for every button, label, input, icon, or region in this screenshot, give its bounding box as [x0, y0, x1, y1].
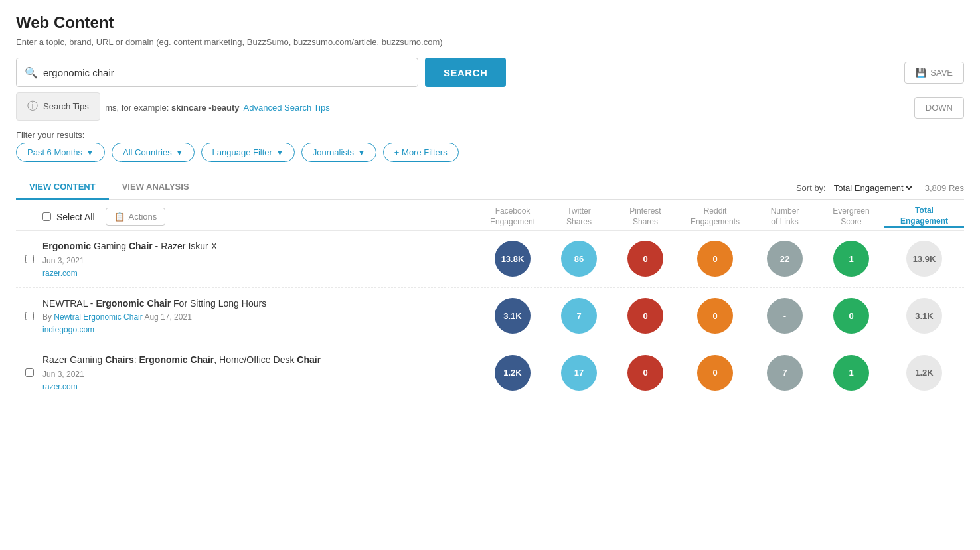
sort-row: Sort by: Total Engagement 3,809 Res	[796, 176, 964, 199]
circle-reddit-engagements: 0	[697, 241, 733, 277]
results-count: 3,809 Res	[925, 183, 964, 193]
th-facebook: FacebookEngagement	[479, 206, 546, 227]
tips-icon: ⓘ	[27, 100, 38, 113]
actions-button[interactable]: 📋 Actions	[106, 208, 166, 226]
result-domain[interactable]: indiegogo.com	[42, 325, 94, 334]
metric-cell-reddit-engagements: 0	[679, 241, 752, 277]
chevron-down-icon: ▼	[276, 149, 284, 157]
filter-section: Filter your results: Past 6 Months ▼ All…	[16, 130, 964, 162]
circle-pinterest-shares: 0	[627, 298, 663, 334]
metric-cell-evergreen-score: 1	[818, 241, 884, 277]
journalists-filter[interactable]: Journalists ▼	[301, 143, 376, 162]
row-checkbox[interactable]	[25, 312, 34, 320]
result-domain[interactable]: razer.com	[42, 382, 78, 391]
row-checkbox-cell	[16, 255, 42, 263]
table-row: NEWTRAL - Ergonomic Chair For Sitting Lo…	[16, 288, 964, 345]
circle-total-engagement: 1.2K	[906, 355, 942, 391]
time-filter[interactable]: Past 6 Months ▼	[16, 143, 105, 162]
th-content-actions: Select All 📋 Actions	[42, 208, 479, 226]
metric-cell-number-of-links: 7	[752, 355, 818, 391]
th-reddit: RedditEngagements	[679, 206, 752, 227]
metric-cell-number-of-links: 22	[752, 241, 818, 277]
circle-number-of-links: 22	[767, 241, 803, 277]
search-tips-bar: ⓘ Search Tips	[16, 92, 100, 121]
page-subtitle: Enter a topic, brand, URL or domain (eg.…	[16, 37, 964, 47]
metric-cell-facebook-engagement: 1.2K	[479, 355, 546, 391]
result-domain[interactable]: razer.com	[42, 269, 78, 278]
circle-facebook-engagement: 3.1K	[495, 298, 531, 334]
save-button[interactable]: 💾 SAVE	[904, 62, 964, 84]
download-button[interactable]: DOWN	[914, 97, 964, 119]
countries-filter[interactable]: All Countries ▼	[112, 143, 195, 162]
metric-cell-reddit-engagements: 0	[679, 355, 752, 391]
tabs-row: VIEW CONTENT VIEW ANALYSIS Sort by: Tota…	[16, 175, 964, 200]
author-link[interactable]: Newtral Ergonomic Chair	[54, 312, 142, 322]
sort-select[interactable]: Total Engagement	[831, 182, 914, 194]
circle-total-engagement: 13.9K	[906, 241, 942, 277]
chevron-down-icon: ▼	[86, 149, 94, 157]
result-title: NEWTRAL - Ergonomic Chair For Sitting Lo…	[42, 297, 473, 310]
search-icon: 🔍	[25, 66, 38, 79]
metric-cell-reddit-engagements: 0	[679, 298, 752, 334]
circle-reddit-engagements: 0	[697, 355, 733, 391]
metric-cell-twitter-shares: 17	[546, 355, 612, 391]
chevron-down-icon: ▼	[176, 149, 183, 157]
circle-facebook-engagement: 1.2K	[495, 355, 531, 391]
metric-cell-total-engagement: 1.2K	[884, 355, 964, 391]
search-box: 🔍	[16, 58, 418, 87]
metric-cell-pinterest-shares: 0	[612, 298, 679, 334]
metric-cell-twitter-shares: 86	[546, 241, 612, 277]
tab-view-content[interactable]: VIEW CONTENT	[16, 175, 109, 200]
title-bold: Chair	[129, 241, 153, 251]
result-info: NEWTRAL - Ergonomic Chair For Sitting Lo…	[42, 297, 479, 335]
actions-icon: 📋	[114, 212, 125, 222]
table-row: Ergonomic Gaming Chair - Razer Iskur XJu…	[16, 231, 964, 288]
circle-twitter-shares: 7	[561, 298, 597, 334]
search-button[interactable]: SEARCH	[425, 58, 506, 87]
result-title: Razer Gaming Chairs: Ergonomic Chair, Ho…	[42, 354, 473, 367]
row-checkbox[interactable]	[25, 368, 34, 377]
results-container: Ergonomic Gaming Chair - Razer Iskur XJu…	[16, 231, 964, 401]
metric-cell-pinterest-shares: 0	[612, 241, 679, 277]
language-filter[interactable]: Language Filter ▼	[201, 143, 295, 162]
th-links: Numberof Links	[752, 206, 818, 227]
sort-label: Sort by:	[796, 183, 826, 193]
metric-cell-evergreen-score: 1	[818, 355, 884, 391]
circle-evergreen-score: 1	[833, 241, 869, 277]
th-evergreen: EvergreenScore	[818, 206, 884, 227]
metric-cell-pinterest-shares: 0	[612, 355, 679, 391]
tabs-container: VIEW CONTENT VIEW ANALYSIS Sort by: Tota…	[16, 175, 964, 200]
row-checkbox[interactable]	[25, 255, 34, 263]
metric-cell-number-of-links: -	[752, 298, 818, 334]
result-title: Ergonomic Gaming Chair - Razer Iskur X	[42, 240, 473, 253]
table-header: Select All 📋 Actions FacebookEngagement …	[16, 200, 964, 231]
select-all-checkbox[interactable]	[42, 212, 51, 221]
circle-total-engagement: 3.1K	[906, 298, 942, 334]
metric-cell-facebook-engagement: 13.8K	[479, 241, 546, 277]
search-input[interactable]	[43, 67, 410, 78]
tab-view-analysis[interactable]: VIEW ANALYSIS	[109, 175, 203, 200]
result-info: Ergonomic Gaming Chair - Razer Iskur XJu…	[42, 240, 479, 278]
row-checkbox-cell	[16, 368, 42, 377]
tips-label: Search Tips	[43, 102, 89, 111]
title-bold: Chair	[297, 354, 321, 365]
title-bold: Ergonomic Chair	[96, 298, 171, 309]
circle-reddit-engagements: 0	[697, 298, 733, 334]
metric-cell-total-engagement: 3.1K	[884, 298, 964, 334]
select-all-label: Select All	[56, 212, 95, 222]
circle-twitter-shares: 17	[561, 355, 597, 391]
circle-number-of-links: -	[767, 298, 803, 334]
result-info: Razer Gaming Chairs: Ergonomic Chair, Ho…	[42, 354, 479, 391]
th-twitter: TwitterShares	[546, 206, 612, 227]
metric-cell-total-engagement: 13.9K	[884, 241, 964, 277]
title-bold: Ergonomic	[42, 241, 91, 251]
circle-twitter-shares: 86	[561, 241, 597, 277]
more-filters-button[interactable]: + More Filters	[383, 143, 459, 162]
page-title: Web Content	[16, 13, 964, 32]
result-meta: Jun 3, 2021	[42, 370, 473, 379]
th-pinterest: PinterestShares	[612, 206, 679, 227]
advanced-search-tips-link[interactable]: Advanced Search Tips	[244, 103, 330, 113]
metric-cell-evergreen-score: 0	[818, 298, 884, 334]
title-bold: Ergonomic Chair	[139, 354, 214, 365]
circle-evergreen-score: 0	[833, 298, 869, 334]
